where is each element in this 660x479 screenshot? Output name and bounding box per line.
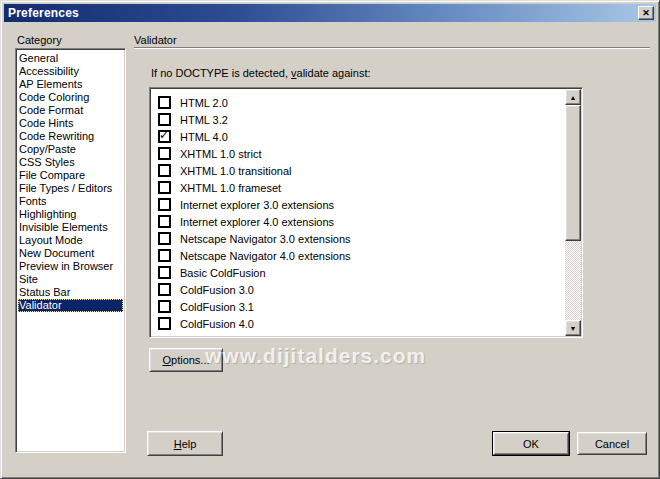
- checklist-item[interactable]: XHTML 1.0 strict: [158, 145, 560, 162]
- category-item[interactable]: Layout Mode: [18, 234, 123, 247]
- category-item-label: Validator: [19, 299, 62, 311]
- checklist-item[interactable]: XHTML 1.0 frameset: [158, 179, 560, 196]
- category-item-label: Copy/Paste: [19, 143, 76, 155]
- scrollbar-thumb[interactable]: [565, 105, 581, 241]
- checkbox[interactable]: [158, 96, 171, 109]
- category-item-label: File Compare: [19, 169, 85, 181]
- checklist-item[interactable]: XHTML 1.0 transitional: [158, 162, 560, 179]
- category-item-label: Code Hints: [19, 117, 73, 129]
- checklist-item-label: Netscape Navigator 4.0 extensions: [180, 250, 351, 262]
- checkbox[interactable]: [158, 181, 171, 194]
- options-button[interactable]: Options...: [149, 348, 223, 372]
- checklist-item[interactable]: [158, 332, 560, 338]
- checklist-item[interactable]: Basic ColdFusion: [158, 264, 560, 281]
- checkbox[interactable]: [158, 266, 171, 279]
- category-item-label: File Types / Editors: [19, 182, 112, 194]
- separator-line: [134, 47, 650, 49]
- checklist-item[interactable]: Internet explorer 4.0 extensions: [158, 213, 560, 230]
- category-item[interactable]: Site: [18, 273, 123, 286]
- scroll-down-icon[interactable]: ▼: [565, 320, 581, 336]
- category-item-label: AP Elements: [19, 78, 82, 90]
- checkbox[interactable]: [158, 232, 171, 245]
- category-item-label: Code Format: [19, 104, 83, 116]
- title-bar[interactable]: Preferences ✕: [4, 4, 656, 22]
- category-item[interactable]: Fonts: [18, 195, 123, 208]
- checklist-item[interactable]: ColdFusion 4.0: [158, 315, 560, 332]
- category-item-label: Status Bar: [19, 286, 70, 298]
- checklist-item-label: ColdFusion 4.0: [180, 318, 254, 330]
- scroll-up-icon[interactable]: ▲: [565, 89, 581, 105]
- doctype-checklist: HTML 2.0 HTML 3.2 HTML 4.0 XHTML 1.0 str…: [149, 87, 583, 338]
- category-item-label: Code Rewriting: [19, 130, 94, 142]
- checklist-item-label: Internet explorer 3.0 extensions: [180, 199, 334, 211]
- checkbox[interactable]: [158, 113, 171, 126]
- checklist-item-label: ColdFusion 3.0: [180, 284, 254, 296]
- checklist-item[interactable]: ColdFusion 3.0: [158, 281, 560, 298]
- checklist-item[interactable]: Netscape Navigator 3.0 extensions: [158, 230, 560, 247]
- checkbox[interactable]: [158, 317, 171, 330]
- category-item-label: New Document: [19, 247, 94, 259]
- category-item[interactable]: Validator: [18, 299, 123, 312]
- category-item[interactable]: Code Coloring: [18, 91, 123, 104]
- category-item[interactable]: CSS Styles: [18, 156, 123, 169]
- checkbox[interactable]: [158, 147, 171, 160]
- category-item-label: Invisible Elements: [19, 221, 108, 233]
- checklist-item-label: Netscape Navigator 3.0 extensions: [180, 233, 351, 245]
- checklist-item-label: Basic ColdFusion: [180, 267, 266, 279]
- checkbox[interactable]: [158, 300, 171, 313]
- preferences-dialog: Preferences ✕ Category General Accessibi…: [0, 0, 660, 479]
- category-item[interactable]: General: [18, 52, 123, 65]
- close-icon[interactable]: ✕: [638, 6, 654, 20]
- category-item-label: General: [19, 52, 58, 64]
- checklist-item-label: XHTML 1.0 frameset: [180, 182, 281, 194]
- checklist-item[interactable]: HTML 3.2: [158, 111, 560, 128]
- category-item-label: Accessibility: [19, 65, 79, 77]
- checklist-item[interactable]: Netscape Navigator 4.0 extensions: [158, 247, 560, 264]
- category-item[interactable]: Status Bar: [18, 286, 123, 299]
- checklist-item-label: XHTML 1.0 strict: [180, 148, 262, 160]
- category-item-label: Preview in Browser: [19, 260, 113, 272]
- checklist-item[interactable]: HTML 4.0: [158, 128, 560, 145]
- category-item[interactable]: Invisible Elements: [18, 221, 123, 234]
- checkbox[interactable]: [158, 283, 171, 296]
- help-button[interactable]: Help: [147, 431, 223, 456]
- checklist-item[interactable]: HTML 2.0: [158, 94, 560, 111]
- category-item[interactable]: Preview in Browser: [18, 260, 123, 273]
- cancel-button[interactable]: Cancel: [577, 432, 647, 455]
- category-item-label: CSS Styles: [19, 156, 75, 168]
- category-item[interactable]: AP Elements: [18, 78, 123, 91]
- checklist-item-label: XHTML 1.0 transitional: [180, 165, 291, 177]
- category-item-label: Site: [19, 273, 38, 285]
- checklist-item[interactable]: ColdFusion 3.1: [158, 298, 560, 315]
- watermark-text: www.dijitalders.com: [205, 344, 426, 368]
- category-item[interactable]: File Compare: [18, 169, 123, 182]
- window-title: Preferences: [8, 6, 79, 20]
- checklist-item[interactable]: Internet explorer 3.0 extensions: [158, 196, 560, 213]
- category-item[interactable]: Highlighting: [18, 208, 123, 221]
- checklist-item-label: HTML 2.0: [180, 97, 228, 109]
- category-item[interactable]: Code Rewriting: [18, 130, 123, 143]
- category-label: Category: [17, 34, 62, 46]
- checkbox[interactable]: [158, 337, 171, 338]
- checkbox[interactable]: [158, 164, 171, 177]
- vertical-scrollbar[interactable]: ▲ ▼: [565, 89, 581, 336]
- doctype-label: If no DOCTYPE is detected, validate agai…: [151, 67, 371, 79]
- category-item[interactable]: Accessibility: [18, 65, 123, 78]
- ok-button[interactable]: OK: [493, 432, 569, 455]
- checkbox[interactable]: [158, 198, 171, 211]
- checkbox[interactable]: [158, 130, 171, 143]
- category-item-label: Layout Mode: [19, 234, 83, 246]
- category-item[interactable]: Code Format: [18, 104, 123, 117]
- checkbox[interactable]: [158, 249, 171, 262]
- category-item[interactable]: Copy/Paste: [18, 143, 123, 156]
- panel-title: Validator: [134, 34, 177, 46]
- category-item-label: Fonts: [19, 195, 47, 207]
- category-item[interactable]: File Types / Editors: [18, 182, 123, 195]
- category-item[interactable]: New Document: [18, 247, 123, 260]
- checklist-item-label: HTML 4.0: [180, 131, 228, 143]
- category-item-label: Code Coloring: [19, 91, 89, 103]
- checklist-item-label: ColdFusion 3.1: [180, 301, 254, 313]
- checkbox[interactable]: [158, 215, 171, 228]
- checklist-item-label: Internet explorer 4.0 extensions: [180, 216, 334, 228]
- category-item[interactable]: Code Hints: [18, 117, 123, 130]
